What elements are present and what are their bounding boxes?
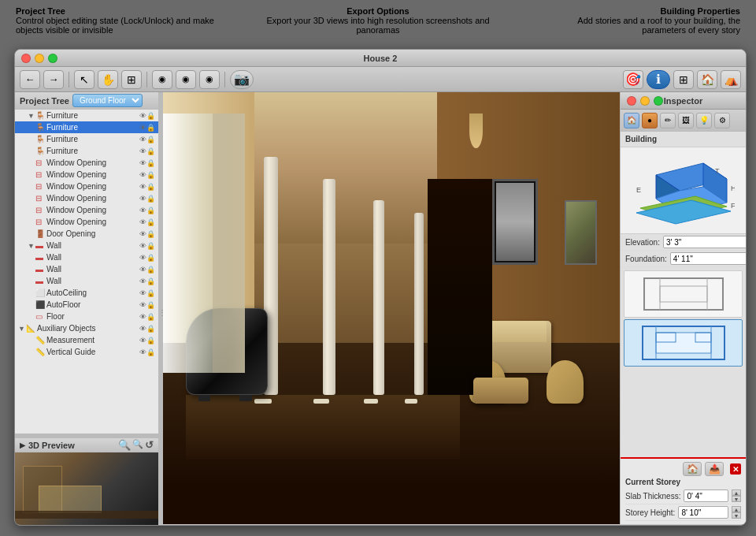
tree-lock-window-4[interactable]: 🔒 bbox=[146, 195, 155, 203]
tree-lock-window-3[interactable]: 🔒 bbox=[146, 183, 155, 191]
toolbar-object-btn[interactable]: 🎯 bbox=[623, 70, 643, 89]
tree-lock-measurement[interactable]: 🔒 bbox=[146, 337, 155, 344]
tree-eye-floor[interactable]: 👁 bbox=[139, 313, 146, 321]
inspector-tab-material[interactable]: ● bbox=[642, 113, 658, 128]
floor-select[interactable]: Ground Floor First Floor bbox=[72, 94, 143, 107]
inspector-share-btn[interactable]: 📤 bbox=[705, 462, 724, 476]
tree-lock-window-2[interactable]: 🔒 bbox=[146, 171, 155, 179]
tree-item-autofloor[interactable]: ⬛AutoFloor👁🔒 bbox=[15, 299, 158, 311]
tree-item-window-3[interactable]: ⊟Window Opening👁🔒 bbox=[15, 181, 158, 192]
tree-item-window-1[interactable]: ⊟Window Opening👁🔒 bbox=[15, 157, 158, 169]
tree-lock-aux[interactable]: 🔒 bbox=[146, 325, 155, 333]
floor-plan-1[interactable] bbox=[624, 270, 743, 318]
inspector-close-btn[interactable]: ✕ bbox=[730, 463, 741, 475]
toolbar-forward-btn[interactable]: → bbox=[43, 70, 64, 89]
toolbar-measure-btn[interactable]: ◉ bbox=[199, 70, 220, 89]
toolbar-select-btn[interactable]: ↖ bbox=[74, 70, 94, 89]
tree-eye-wall-1[interactable]: 👁 bbox=[139, 242, 146, 250]
toolbar-pan-btn[interactable]: ✋ bbox=[98, 70, 118, 89]
tree-item-furniture-2[interactable]: 🪑Furniture👁🔒 bbox=[15, 121, 158, 133]
toolbar-info-btn[interactable]: ℹ bbox=[647, 70, 670, 89]
foundation-input[interactable] bbox=[670, 252, 747, 265]
tree-eye-window-2[interactable]: 👁 bbox=[139, 171, 146, 179]
tree-item-furniture-4[interactable]: 🪑Furniture👁🔒 bbox=[15, 145, 158, 157]
main-viewport[interactable] bbox=[163, 92, 620, 524]
tree-lock-door-1[interactable]: 🔒 bbox=[146, 230, 155, 238]
storey-input[interactable] bbox=[678, 506, 728, 519]
preview-zoom-in[interactable]: 🔍 bbox=[118, 439, 131, 451]
minimize-button[interactable] bbox=[35, 54, 44, 63]
tree-item-floor[interactable]: ▭Floor👁🔒 bbox=[15, 311, 158, 322]
tree-lock-floor[interactable]: 🔒 bbox=[146, 313, 155, 321]
tree-item-wall-3[interactable]: ▬Wall👁🔒 bbox=[15, 263, 158, 275]
inspector-close[interactable] bbox=[627, 96, 636, 106]
slab-down[interactable]: ▼ bbox=[732, 496, 741, 502]
tree-eye-furniture-4[interactable]: 👁 bbox=[139, 147, 146, 155]
tree-lock-autofloor[interactable]: 🔒 bbox=[146, 301, 155, 309]
tree-item-wall-2[interactable]: ▬Wall👁🔒 bbox=[15, 251, 158, 263]
tree-item-wall-4[interactable]: ▬Wall👁🔒 bbox=[15, 275, 158, 287]
toolbar-back-btn[interactable]: ← bbox=[20, 70, 40, 89]
inspector-add-btn[interactable]: 🏠 bbox=[683, 462, 702, 476]
tree-item-window-4[interactable]: ⊟Window Opening👁🔒 bbox=[15, 192, 158, 204]
tree-eye-vguide[interactable]: 👁 bbox=[139, 348, 146, 356]
inspector-tab-photo[interactable]: 🖼 bbox=[678, 113, 694, 128]
tree-lock-wall-2[interactable]: 🔒 bbox=[146, 254, 155, 262]
tree-eye-door-1[interactable]: 👁 bbox=[139, 230, 146, 238]
tree-eye-wall-3[interactable]: 👁 bbox=[139, 266, 146, 274]
tree-item-aux[interactable]: ▼📐Auxiliary Objects👁🔒 bbox=[15, 322, 158, 334]
tree-eye-wall-2[interactable]: 👁 bbox=[139, 254, 146, 262]
preview-refresh[interactable]: ↺ bbox=[145, 439, 154, 451]
inspector-minimize[interactable] bbox=[640, 96, 650, 106]
tree-eye-furniture-1[interactable]: 👁 bbox=[139, 112, 146, 120]
tree-eye-measurement[interactable]: 👁 bbox=[139, 337, 146, 344]
storey-down[interactable]: ▼ bbox=[732, 512, 741, 519]
inspector-tab-settings[interactable]: ⚙ bbox=[714, 113, 730, 128]
slab-input[interactable] bbox=[684, 489, 728, 502]
tree-eye-window-1[interactable]: 👁 bbox=[139, 159, 146, 167]
tree-eye-autoceiling[interactable]: 👁 bbox=[139, 289, 146, 297]
tree-lock-autoceiling[interactable]: 🔒 bbox=[146, 289, 155, 297]
floor-plan-2[interactable] bbox=[624, 319, 743, 367]
tree-eye-furniture-3[interactable]: 👁 bbox=[139, 136, 146, 143]
inspector-tab-building[interactable]: 🏠 bbox=[624, 113, 639, 128]
tree-item-autoceiling[interactable]: ⬜AutoCeiling👁🔒 bbox=[15, 287, 158, 299]
tree-lock-wall-1[interactable]: 🔒 bbox=[146, 242, 155, 250]
elevation-input[interactable] bbox=[663, 236, 747, 248]
preview-zoom-out[interactable]: 🔍 bbox=[132, 439, 143, 451]
tree-lock-furniture-3[interactable]: 🔒 bbox=[146, 136, 155, 143]
toolbar-view-btn[interactable]: 🏠 bbox=[697, 70, 717, 89]
tree-eye-furniture-2[interactable]: 👁 bbox=[139, 124, 146, 132]
tree-lock-furniture-1[interactable]: 🔒 bbox=[146, 112, 155, 120]
tree-eye-window-4[interactable]: 👁 bbox=[139, 195, 146, 203]
tree-lock-wall-4[interactable]: 🔒 bbox=[146, 277, 155, 285]
tree-lock-furniture-4[interactable]: 🔒 bbox=[146, 147, 155, 155]
tree-item-wall-1[interactable]: ▼▬Wall👁🔒 bbox=[15, 240, 158, 251]
tree-item-measurement[interactable]: 📏Measurement👁🔒 bbox=[15, 334, 158, 346]
tree-lock-window-6[interactable]: 🔒 bbox=[146, 218, 155, 226]
tree-lock-wall-3[interactable]: 🔒 bbox=[146, 266, 155, 274]
tree-eye-autofloor[interactable]: 👁 bbox=[139, 301, 146, 309]
toolbar-shape-btn[interactable]: ◉ bbox=[176, 70, 196, 89]
toolbar-grid-btn[interactable]: ⊞ bbox=[673, 70, 694, 89]
tree-eye-window-3[interactable]: 👁 bbox=[139, 183, 146, 191]
slab-up[interactable]: ▲ bbox=[732, 489, 741, 496]
toolbar-zoom-btn[interactable]: ⊞ bbox=[121, 70, 142, 89]
maximize-button[interactable] bbox=[48, 54, 57, 63]
toolbar-roof-btn[interactable]: ⛺ bbox=[721, 70, 741, 89]
inspector-tab-edit[interactable]: ✏ bbox=[660, 113, 676, 128]
close-button[interactable] bbox=[21, 54, 31, 63]
tree-lock-window-1[interactable]: 🔒 bbox=[146, 159, 155, 167]
storey-up[interactable]: ▲ bbox=[732, 506, 741, 512]
tree-eye-wall-4[interactable]: 👁 bbox=[139, 277, 146, 285]
tree-item-door-1[interactable]: 🚪Door Opening👁🔒 bbox=[15, 228, 158, 240]
tree-eye-aux[interactable]: 👁 bbox=[139, 325, 146, 333]
tree-item-furniture-1[interactable]: ▼🪑Furniture👁🔒 bbox=[15, 110, 158, 121]
tree-lock-furniture-2[interactable]: 🔒 bbox=[146, 124, 155, 132]
toolbar-draw-btn[interactable]: ◉ bbox=[152, 70, 172, 89]
inspector-maximize[interactable] bbox=[654, 96, 663, 106]
tree-item-window-5[interactable]: ⊟Window Opening👁🔒 bbox=[15, 204, 158, 216]
tree-eye-window-6[interactable]: 👁 bbox=[139, 218, 146, 226]
tree-item-window-6[interactable]: ⊟Window Opening👁🔒 bbox=[15, 216, 158, 228]
tree-eye-window-5[interactable]: 👁 bbox=[139, 207, 146, 214]
